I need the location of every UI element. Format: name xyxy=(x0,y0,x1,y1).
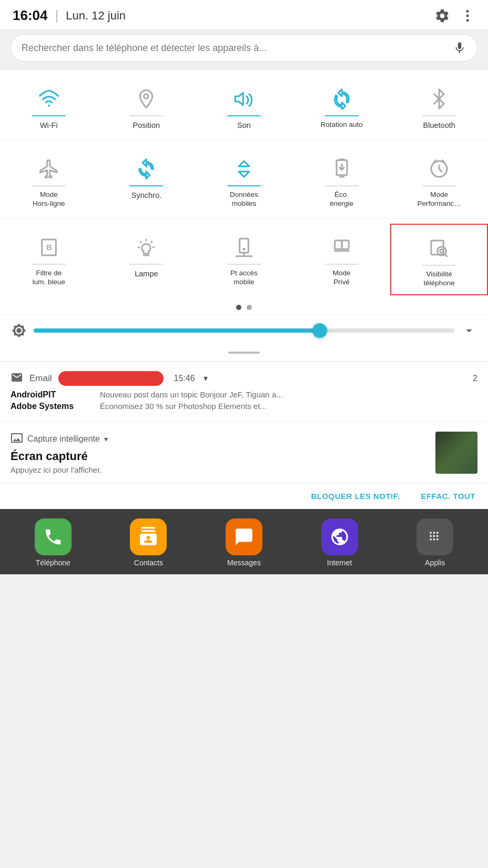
tile-synchro-label: Synchro. xyxy=(131,191,161,200)
settings-icon[interactable] xyxy=(434,8,450,24)
capture-expand-icon[interactable]: ▾ xyxy=(104,435,108,443)
eco-icon xyxy=(331,158,352,179)
email-notification[interactable]: Email 15:46 ▾ 2 AndroidPIT Nouveau post … xyxy=(0,362,488,422)
tile-position[interactable]: Position xyxy=(98,75,196,136)
telephone-icon xyxy=(43,527,63,547)
svg-point-1 xyxy=(466,14,469,17)
dot-2 xyxy=(247,305,252,310)
tile-son[interactable]: Son xyxy=(195,75,293,136)
contacts-icon xyxy=(138,527,158,547)
tiles-grid-row2: ModeHors-ligne Synchro. Donnéesmobiles xyxy=(0,140,488,218)
visibilite-icon-wrap xyxy=(422,232,456,266)
tiles-grid-row1: Wi-Fi Position Son Rotatio xyxy=(0,70,488,140)
clear-all-button[interactable]: EFFAC. TOUT xyxy=(421,492,475,501)
tile-ptacces[interactable]: Pt accèsmobile xyxy=(195,224,293,295)
tile-bluetooth[interactable]: Bluetooth xyxy=(390,75,488,136)
tile-lampe[interactable]: Lampe xyxy=(98,224,196,295)
email-expand-icon[interactable]: ▾ xyxy=(204,373,208,383)
internet-icon xyxy=(330,527,350,547)
svg-rect-12 xyxy=(342,241,349,250)
dock-item-contacts[interactable]: Contacts xyxy=(130,518,167,567)
notifications-section: Email 15:46 ▾ 2 AndroidPIT Nouveau post … xyxy=(0,361,488,483)
tile-visibilite[interactable]: Visibilitétéléphone xyxy=(390,224,488,295)
avion-icon-wrap xyxy=(32,153,66,186)
performance-icon xyxy=(429,158,450,179)
email-icon xyxy=(11,371,23,386)
brightness-thumb xyxy=(312,323,327,338)
visibilite-icon xyxy=(429,238,450,259)
drag-handle-bar xyxy=(228,352,260,354)
tile-donnees-label: Donnéesmobiles xyxy=(230,191,258,208)
email-preview-2: Économisez 30 % sur Photoshop Elements e… xyxy=(100,402,267,411)
mic-icon[interactable] xyxy=(453,41,466,55)
tile-position-label: Position xyxy=(133,121,160,130)
dot-1 xyxy=(236,305,241,310)
tile-avion-label: ModeHors-ligne xyxy=(33,191,65,208)
rotation-icon-wrap xyxy=(325,83,359,116)
donnees-icon-wrap xyxy=(227,153,261,186)
tile-bluetooth-label: Bluetooth xyxy=(423,121,455,130)
brightness-slider[interactable] xyxy=(34,328,454,333)
messages-icon-bg xyxy=(226,518,262,555)
email-row-2: Adobe Systems Économisez 30 % sur Photos… xyxy=(11,402,477,411)
son-icon-wrap xyxy=(227,83,261,116)
capture-notification[interactable]: Capture intelligente ▾ Écran capturé App… xyxy=(0,422,488,483)
email-sender-redacted xyxy=(58,371,164,386)
svg-point-15 xyxy=(440,250,444,253)
synchro-icon xyxy=(136,158,157,179)
action-bar: BLOQUER LES NOTIF. EFFAC. TOUT xyxy=(0,483,488,509)
tile-avion[interactable]: ModeHors-ligne xyxy=(0,145,98,215)
donnees-icon xyxy=(233,158,255,179)
tile-rotation-label: Rotation auto xyxy=(320,121,362,129)
capture-title: Écran capturé xyxy=(11,450,428,463)
capture-desc: Appuyez ici pour l'afficher. xyxy=(11,465,428,474)
search-bar[interactable] xyxy=(11,34,477,62)
block-notif-button[interactable]: BLOQUER LES NOTIF. xyxy=(311,492,400,501)
performance-icon-wrap xyxy=(422,153,456,186)
tile-ptacces-label: Pt accèsmobile xyxy=(230,269,258,287)
brightness-icon xyxy=(12,323,26,338)
svg-point-4 xyxy=(144,94,148,98)
more-icon[interactable] xyxy=(460,8,475,24)
dock: Téléphone Contacts Messages Internet xyxy=(0,509,488,574)
messages-icon xyxy=(234,527,254,547)
brightness-chevron-icon[interactable] xyxy=(462,323,476,338)
dock-item-internet[interactable]: Internet xyxy=(321,518,358,567)
tile-visibilite-label: Visibilitétéléphone xyxy=(424,270,455,288)
wifi-icon xyxy=(38,88,59,109)
drag-handle[interactable] xyxy=(0,346,488,361)
tile-prive[interactable]: ModePrivé xyxy=(293,224,391,295)
email-notif-header: Email 15:46 ▾ 2 xyxy=(11,371,477,386)
dock-item-messages[interactable]: Messages xyxy=(226,518,262,567)
search-input[interactable] xyxy=(22,43,448,54)
brightness-track xyxy=(34,328,454,333)
dock-label-contacts: Contacts xyxy=(134,558,163,567)
tile-rotation[interactable]: Rotation auto xyxy=(293,75,391,136)
dock-item-applis[interactable]: Applis xyxy=(416,518,453,567)
tile-performance[interactable]: ModePerformanc… xyxy=(390,145,488,215)
tile-filtre-label: Filtre delum. bleue xyxy=(33,269,65,287)
svg-point-2 xyxy=(466,19,469,22)
tile-donnees[interactable]: Donnéesmobiles xyxy=(195,145,293,215)
svg-point-0 xyxy=(466,9,469,12)
rotation-icon xyxy=(331,88,352,109)
lampe-icon xyxy=(136,237,157,258)
tile-wifi[interactable]: Wi-Fi xyxy=(0,75,98,136)
email-row-1: AndroidPIT Nouveau post dans un topic Bo… xyxy=(11,390,477,400)
dock-label-telephone: Téléphone xyxy=(36,558,70,567)
bluetooth-icon xyxy=(429,88,450,109)
tile-filtre[interactable]: B Filtre delum. bleue xyxy=(0,224,98,295)
tile-synchro[interactable]: Synchro. xyxy=(98,145,196,215)
tile-son-label: Son xyxy=(237,121,251,130)
dock-label-internet: Internet xyxy=(327,558,352,567)
tile-eco[interactable]: Éco.énergie xyxy=(293,145,391,215)
capture-header: Capture intelligente ▾ xyxy=(11,432,428,446)
svg-rect-9 xyxy=(240,238,249,253)
filtre-icon-wrap: B xyxy=(32,231,66,265)
svg-text:B: B xyxy=(46,243,52,252)
tile-performance-label: ModePerformanc… xyxy=(418,191,461,208)
email-preview-1: Nouveau post dans un topic Bonjour JeF, … xyxy=(100,390,283,399)
svg-point-10 xyxy=(242,248,245,251)
dock-label-messages: Messages xyxy=(227,558,261,567)
dock-item-telephone[interactable]: Téléphone xyxy=(35,518,72,567)
